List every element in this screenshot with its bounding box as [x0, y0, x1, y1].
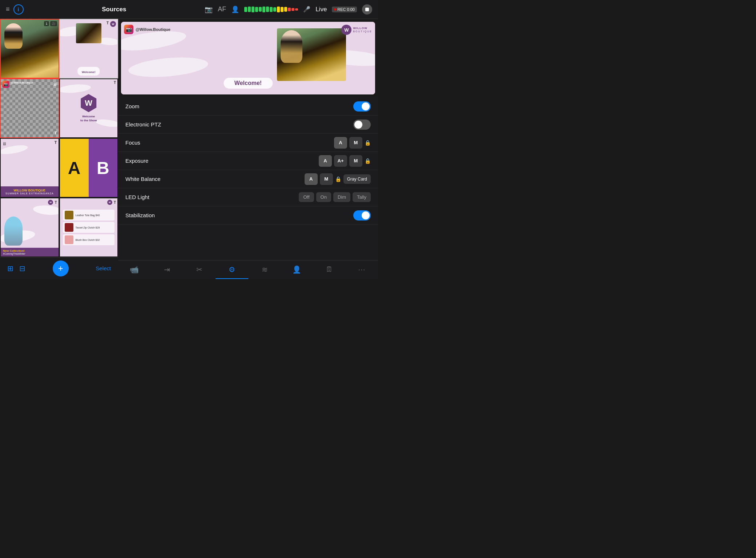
zoom-row: Zoom — [118, 97, 378, 116]
source-cell-products[interactable]: W T Leather Tote Bag $40 Tassel Zip Clut… — [59, 198, 118, 257]
monitor-icon: 🖥 — [53, 81, 57, 87]
source-cell-collection[interactable]: W T New Collection! #ComingThisWinter — [0, 198, 59, 257]
focus-lock-icon[interactable]: 🔒 — [365, 140, 371, 146]
wb-label: White Balance — [125, 176, 305, 182]
eptz-controls — [353, 120, 371, 130]
source-cell-transparent[interactable]: 📷 @Willow.Boutique 🖥 T — [0, 78, 59, 138]
tab-more[interactable]: ⋯ — [346, 260, 378, 279]
rec-badge: REC 0:00 — [332, 7, 357, 12]
gray-card-button[interactable]: Gray Card — [343, 174, 371, 184]
hashtag-text: #ComingThisWinter — [3, 252, 56, 255]
zoom-toggle[interactable] — [353, 101, 371, 112]
tab-bar: 📹 ⇥ ✂ ⚙ ≋ 👤 🗓 ⋯ — [118, 260, 378, 279]
focus-controls: A M 🔒 — [334, 137, 371, 149]
stabilization-row: Stabilization — [118, 206, 378, 225]
led-controls: Off On Dim Tally — [299, 192, 371, 202]
stop-icon — [365, 8, 369, 11]
collection-wb: W — [48, 200, 53, 205]
zoom-knob — [362, 102, 370, 110]
info-button[interactable]: i — [13, 4, 24, 15]
right-panel: 📷 @Willow.Boutique W WILLOW BOUTIQUE Wel… — [118, 19, 378, 279]
mic-icon[interactable]: 🎤 — [303, 6, 310, 13]
meter-bar-4 — [259, 7, 262, 12]
camera-preview — [1, 20, 59, 78]
header-center: Sources — [28, 6, 201, 13]
meter-bar-6 — [266, 7, 269, 12]
led-on-btn[interactable]: On — [316, 192, 331, 202]
collection-person — [4, 217, 23, 246]
meter-bar-9 — [277, 7, 280, 12]
tab-timer[interactable]: 🗓 — [313, 260, 345, 279]
stop-button[interactable] — [362, 4, 372, 15]
ab-preview: A B — [60, 139, 118, 197]
preview-header: 📷 @Willow.Boutique — [124, 25, 170, 34]
boutique-preview: 🖥 T WILLOW BOUTIQUE SUMMER SALE EXTRAVAG… — [1, 139, 59, 197]
select-button[interactable]: Select — [96, 265, 111, 271]
tab-crop[interactable]: ✂ — [183, 260, 216, 279]
exposure-a-btn[interactable]: A — [319, 155, 332, 167]
controls-panel: Zoom Electronic PTZ Focus — [118, 97, 378, 260]
source-cell-ab[interactable]: A B — [59, 138, 118, 198]
preview-brand-name: WILLOW — [353, 27, 372, 30]
led-off-btn[interactable]: Off — [299, 192, 314, 202]
exposure-controls: A A+ M 🔒 — [319, 155, 371, 167]
rec-dot — [334, 8, 336, 11]
header: ≡ i Sources 📷 AF 👤 🎤 Live REC 0:00 — [0, 0, 378, 19]
preview-area: 📷 @Willow.Boutique W WILLOW BOUTIQUE Wel… — [121, 22, 375, 94]
product-thumb-3 — [65, 235, 73, 244]
product-name-1: Leather Tote Bag $40 — [76, 214, 100, 217]
ig-icon-small: 📷 — [2, 81, 9, 88]
page-title: Sources — [102, 6, 126, 13]
tab-overlay[interactable]: 👤 — [281, 260, 313, 279]
camera-icon[interactable]: 📷 — [205, 5, 213, 13]
stabilization-toggle[interactable] — [353, 210, 371, 221]
b-half: B — [89, 139, 117, 197]
meter-bar-2 — [252, 7, 254, 12]
tab-transition[interactable]: ⇥ — [150, 260, 183, 279]
wb-logo-small: W — [110, 21, 116, 27]
exposure-lock-icon[interactable]: 🔒 — [365, 158, 371, 164]
product-thumb-1 — [65, 211, 73, 219]
eptz-toggle[interactable] — [353, 120, 371, 130]
exposure-m-btn[interactable]: M — [349, 155, 362, 167]
focus-m-btn[interactable]: M — [349, 137, 362, 149]
transition-tab-icon: ⇥ — [164, 265, 170, 274]
logo-preview: W Welcome to the Show T — [60, 79, 118, 137]
preview-brand-logo: W WILLOW BOUTIQUE — [341, 25, 372, 35]
meter-bar-5 — [262, 7, 265, 12]
camera-cell-icons: 1 🎥 — [44, 21, 57, 26]
led-tally-btn[interactable]: Tally — [353, 192, 371, 202]
sources-grid: 1 🎥 Welcome! — [0, 19, 118, 257]
source-cell-boutique[interactable]: 🖥 T WILLOW BOUTIQUE SUMMER SALE EXTRAVAG… — [0, 138, 59, 198]
transparent-bg — [1, 79, 59, 137]
list-view-button[interactable]: ⊟ — [19, 264, 25, 273]
source-cell-logo[interactable]: W Welcome to the Show T — [59, 78, 118, 138]
product-item-1: Leather Tote Bag $40 — [63, 210, 115, 221]
collection-bar: New Collection! #ComingThisWinter — [1, 248, 59, 256]
person-icon[interactable]: 👤 — [231, 5, 239, 13]
grid-view-button[interactable]: ⊞ — [7, 264, 13, 273]
tab-audio[interactable]: ≋ — [248, 260, 281, 279]
eptz-knob — [354, 121, 362, 129]
products-icons: W T — [107, 200, 116, 205]
tab-settings[interactable]: ⚙ — [216, 260, 248, 279]
led-row: LED Light Off On Dim Tally — [118, 188, 378, 206]
ig-handle: @Willow.Boutique — [136, 27, 170, 32]
new-collection-text: New Collection! — [3, 249, 56, 252]
display-icon: 🖥 — [53, 82, 57, 87]
source-cell-welcome[interactable]: Welcome! W T — [59, 19, 118, 78]
af-label[interactable]: AF — [218, 5, 226, 13]
wb-lock-icon[interactable]: 🔒 — [335, 176, 341, 182]
boutique-monitor-icon: 🖥 — [2, 140, 7, 147]
focus-a-btn[interactable]: A — [334, 137, 347, 149]
wb-logo-w: W — [112, 23, 114, 25]
menu-icon[interactable]: ≡ — [6, 5, 10, 13]
led-dim-btn[interactable]: Dim — [333, 192, 350, 202]
exposure-aplus-btn[interactable]: A+ — [334, 155, 347, 167]
tab-camera[interactable]: 📹 — [118, 260, 150, 279]
source-cell-camera[interactable]: 1 🎥 — [0, 19, 59, 78]
wb-a-btn[interactable]: A — [305, 173, 318, 185]
wb-m-btn[interactable]: M — [320, 173, 333, 185]
add-button[interactable]: + — [53, 260, 69, 276]
welcome-camera-thumb — [76, 23, 101, 43]
